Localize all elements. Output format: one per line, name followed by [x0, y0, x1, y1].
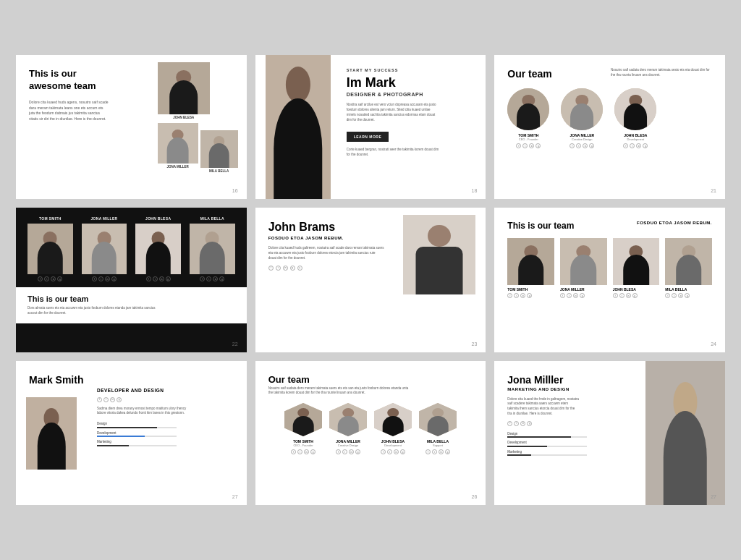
si-t[interactable]: t	[103, 397, 109, 402]
dsocial-t[interactable]: t	[206, 276, 211, 281]
si-g[interactable]: g	[527, 421, 532, 426]
grid-container: This is our awesome team Dolore cita kua…	[16, 55, 725, 504]
hex-jona-role: Creative Design	[338, 444, 358, 447]
si-t[interactable]: t	[619, 293, 624, 298]
si-g[interactable]: g	[400, 449, 405, 454]
si-f[interactable]: f	[291, 449, 296, 454]
si-f[interactable]: f	[507, 421, 512, 426]
dsocial-f[interactable]: f	[38, 276, 43, 281]
dark-mila-name: MILA BELLA	[200, 216, 224, 221]
slide-2-subtitle: DESIGNER & PHOTOGRAPH	[347, 92, 473, 97]
si-g[interactable]: g	[580, 293, 585, 298]
social-t[interactable]: t	[522, 143, 528, 148]
si-in[interactable]: in	[349, 449, 354, 454]
si-f[interactable]: f	[97, 397, 102, 402]
tom-social: f t in g	[516, 143, 541, 148]
dsocial-g[interactable]: g	[57, 276, 62, 281]
si-f[interactable]: f	[336, 449, 341, 454]
dsocial-f[interactable]: f	[146, 276, 151, 281]
social-g[interactable]: g	[589, 143, 594, 148]
si-f[interactable]: f	[665, 293, 670, 298]
si-in[interactable]: in	[110, 397, 115, 402]
dsocial-in[interactable]: in	[51, 276, 56, 281]
social-in[interactable]: in	[283, 266, 288, 271]
social-in[interactable]: in	[529, 143, 534, 148]
social-t[interactable]: t	[630, 143, 635, 148]
si-in[interactable]: in	[520, 421, 525, 426]
social-g[interactable]: g	[535, 143, 541, 148]
slide-9: Jona Milller MARKETING AND DESIGN Dolore…	[494, 361, 725, 505]
grid-jona-social: f t in g	[560, 293, 607, 298]
si-in[interactable]: in	[678, 293, 683, 298]
dsocial-in[interactable]: in	[213, 276, 218, 281]
si-f[interactable]: f	[613, 293, 618, 298]
si-in[interactable]: in	[626, 293, 631, 298]
si-g[interactable]: g	[445, 449, 450, 454]
hex-john-photo	[374, 403, 412, 436]
dsocial-g[interactable]: g	[219, 276, 224, 281]
si-t[interactable]: t	[672, 293, 677, 298]
si-g[interactable]: g	[632, 293, 638, 298]
dsocial-t[interactable]: t	[98, 276, 103, 281]
jona-role: Creative Design	[572, 137, 592, 141]
dsocial-t[interactable]: t	[44, 276, 49, 281]
social-in[interactable]: in	[636, 143, 641, 148]
si-g[interactable]: g	[355, 449, 360, 454]
slide-5-photo	[403, 215, 475, 294]
jona-social: f t in g	[569, 143, 594, 148]
social-t[interactable]: t	[576, 143, 581, 148]
si-g[interactable]: g	[527, 293, 532, 298]
social-g[interactable]: g	[643, 143, 648, 148]
dark-johnb-name: JOHN BLESA	[145, 216, 171, 221]
slide-8: Our team Nosutro saif sadata dero meram …	[255, 361, 486, 505]
si-in[interactable]: in	[304, 449, 309, 454]
si-t[interactable]: t	[514, 421, 519, 426]
si-t[interactable]: t	[342, 449, 347, 454]
hex-mila-social: f t in g	[425, 449, 450, 454]
social-in[interactable]: in	[583, 143, 588, 148]
grid-tom-social: f t in g	[507, 293, 554, 298]
si-t[interactable]: t	[387, 449, 392, 454]
slide-2-name: Im Mark	[347, 75, 473, 90]
john-role: Development	[627, 137, 645, 141]
si-in[interactable]: in	[573, 293, 578, 298]
si-g[interactable]: g	[685, 293, 690, 298]
learn-more-button[interactable]: LEARN MORE	[347, 132, 389, 142]
dsocial-g[interactable]: g	[111, 276, 117, 281]
social-f[interactable]: f	[569, 143, 575, 148]
social-f[interactable]: f	[268, 266, 274, 271]
si-t[interactable]: t	[514, 293, 519, 298]
dsocial-in[interactable]: in	[105, 276, 110, 281]
dsocial-t[interactable]: t	[153, 276, 158, 281]
si-g[interactable]: g	[117, 397, 122, 402]
si-t[interactable]: t	[432, 449, 437, 454]
dsocial-f[interactable]: f	[200, 276, 205, 281]
si-f[interactable]: f	[425, 449, 431, 454]
dsocial-in[interactable]: in	[159, 276, 164, 281]
slide-2-content: START MY SUCCESS Im Mark DESIGNER & PHOT…	[347, 68, 473, 158]
slide-5-number: 23	[472, 341, 478, 347]
skill-marketing: Marketing	[97, 440, 234, 446]
dsocial-g[interactable]: g	[166, 276, 171, 281]
social-g[interactable]: g	[290, 266, 295, 271]
si-t[interactable]: t	[297, 449, 302, 454]
si-in[interactable]: in	[520, 293, 525, 298]
social-f[interactable]: f	[516, 143, 521, 148]
grid-mila-photo	[665, 238, 712, 285]
si-in[interactable]: in	[394, 449, 399, 454]
social-y[interactable]: y	[297, 266, 302, 271]
si-t[interactable]: t	[567, 293, 572, 298]
john-avatar	[614, 88, 656, 130]
hex-jona-social: f t in g	[336, 449, 360, 454]
social-f[interactable]: f	[623, 143, 628, 148]
si-f[interactable]: f	[560, 293, 565, 298]
si-g[interactable]: g	[310, 449, 316, 454]
si-in[interactable]: in	[439, 449, 444, 454]
s9-skill-d-track	[507, 436, 587, 438]
si-f[interactable]: f	[381, 449, 386, 454]
s9-skill-mkt: Marketing	[507, 450, 609, 457]
slide-5-desc: Dolore cita kuaed huds galtreem, nostatr…	[268, 246, 384, 260]
social-t[interactable]: t	[276, 266, 281, 271]
si-f[interactable]: f	[507, 293, 512, 298]
dsocial-f[interactable]: f	[92, 276, 97, 281]
